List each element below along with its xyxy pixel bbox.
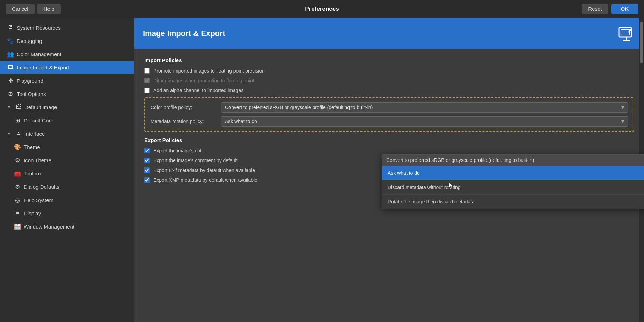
dither-floating-point-row: Dither images when promoting to floating…: [144, 78, 634, 83]
metadata-rotation-policy-label: Metadata rotation policy:: [151, 119, 217, 124]
sidebar-icon-toolbox: 🧰: [14, 170, 21, 177]
sidebar-label-icon-theme: Icon Theme: [24, 157, 51, 163]
color-profile-dropdown-wrapper: Convert to preferred sRGB or grayscale p…: [221, 102, 628, 113]
panel-header: Image Import & Export: [134, 18, 644, 49]
add-alpha-channel-checkbox[interactable]: [144, 88, 150, 93]
metadata-rotation-dropdown-popup: Convert to preferred sRGB or grayscale p…: [382, 154, 644, 209]
sidebar-item-interface[interactable]: ▼🖥Interface: [0, 127, 134, 140]
sidebar-item-default-grid[interactable]: ⊞Default Grid: [0, 114, 134, 127]
sidebar-label-theme: Theme: [24, 144, 40, 150]
color-profile-policy-row: Color profile policy: Convert to preferr…: [151, 102, 628, 113]
sidebar-label-default-image: Default Image: [24, 104, 57, 110]
sidebar-icon-system-resources: 🖥: [7, 24, 14, 31]
policy-container: Color profile policy: Convert to preferr…: [144, 97, 634, 132]
sidebar-label-dialog-defaults: Dialog Defaults: [24, 184, 59, 190]
sidebar-icon-interface: 🖥: [15, 130, 22, 137]
export-color-label: Export the image's col...: [153, 148, 205, 153]
sidebar-icon-playground: ✤: [7, 77, 14, 84]
add-alpha-channel-label: Add an alpha channel to imported images: [153, 88, 243, 93]
sidebar-icon-tool-options: ⚙: [7, 90, 14, 97]
sidebar-icon-image-import-export: 🖼: [7, 64, 14, 71]
main-content: 🖥System Resources🐾Debugging👥Color Manage…: [0, 18, 644, 322]
dropdown-option-rotate[interactable]: Rotate the image then discard metadata: [382, 195, 644, 209]
sidebar-item-toolbox[interactable]: 🧰Toolbox: [0, 167, 134, 180]
sidebar-item-window-management[interactable]: 🪟Window Management: [0, 220, 134, 233]
sidebar-label-debugging: Debugging: [17, 38, 42, 44]
sidebar: 🖥System Resources🐾Debugging👥Color Manage…: [0, 18, 134, 322]
promote-floating-point-row: Promote imported images to floating poin…: [144, 68, 634, 74]
expand-arrow-default-image: ▼: [7, 105, 11, 110]
window-title: Preferences: [305, 6, 339, 13]
export-comment-checkbox[interactable]: [144, 158, 150, 163]
metadata-rotation-dropdown[interactable]: Ask what to do: [221, 116, 628, 127]
metadata-rotation-dropdown-wrapper: Ask what to do ▼: [221, 116, 628, 127]
sidebar-label-tool-options: Tool Options: [17, 91, 46, 97]
sidebar-item-icon-theme[interactable]: ⚙Icon Theme: [0, 153, 134, 167]
sidebar-item-system-resources[interactable]: 🖥System Resources: [0, 21, 134, 34]
sidebar-icon-window-management: 🪟: [14, 223, 21, 230]
dither-floating-point-checkbox[interactable]: [144, 78, 150, 83]
sidebar-item-help-system[interactable]: ◎Help System: [0, 193, 134, 207]
export-comment-label: Export the image's comment by default: [153, 158, 238, 163]
titlebar-left: Cancel Help: [6, 4, 61, 14]
dropdown-option-discard[interactable]: Discard metadata without rotating: [382, 180, 644, 195]
color-profile-dropdown[interactable]: Convert to preferred sRGB or grayscale p…: [221, 102, 628, 113]
sidebar-item-dialog-defaults[interactable]: ⚙Dialog Defaults: [0, 180, 134, 193]
panel-scrollbar-thumb[interactable]: [640, 22, 643, 63]
sidebar-icon-color-management: 👥: [7, 51, 14, 58]
sidebar-item-display[interactable]: 🖥Display: [0, 207, 134, 220]
svg-rect-1: [621, 29, 629, 35]
panel-title: Image Import & Export: [143, 29, 225, 38]
color-profile-policy-label: Color profile policy:: [151, 105, 217, 110]
metadata-rotation-policy-row: Metadata rotation policy: Ask what to do…: [151, 116, 628, 127]
sidebar-item-color-management[interactable]: 👥Color Management: [0, 47, 134, 61]
export-exif-checkbox[interactable]: [144, 167, 150, 173]
import-policies-title: Import Policies: [144, 57, 634, 63]
sidebar-label-display: Display: [24, 210, 41, 216]
sidebar-label-default-grid: Default Grid: [24, 118, 52, 123]
import-export-icon: [617, 24, 636, 43]
help-button[interactable]: Help: [37, 4, 61, 14]
cancel-button[interactable]: Cancel: [6, 4, 35, 14]
dropdown-header-text: Convert to preferred sRGB or grayscale p…: [386, 157, 534, 163]
sidebar-icon-display: 🖥: [14, 210, 21, 217]
sidebar-item-playground[interactable]: ✤Playground: [0, 74, 134, 87]
sidebar-icon-default-grid: ⊞: [14, 117, 21, 124]
reset-button[interactable]: Reset: [582, 4, 608, 14]
add-alpha-channel-row: Add an alpha channel to imported images: [144, 88, 634, 93]
sidebar-item-default-image[interactable]: ▼🖼Default Image: [0, 100, 134, 114]
dropdown-popup-header: Convert to preferred sRGB or grayscale p…: [382, 155, 644, 166]
sidebar-icon-default-image: 🖼: [15, 104, 22, 111]
ok-button[interactable]: OK: [611, 4, 639, 14]
export-xmp-label: Export XMP metadata by default when avai…: [153, 177, 257, 183]
promote-floating-point-label: Promote imported images to floating poin…: [153, 68, 265, 74]
sidebar-icon-debugging: 🐾: [7, 37, 14, 44]
sidebar-item-tool-options[interactable]: ⚙Tool Options: [0, 87, 134, 100]
content-panel: Image Import & Export Import Policies Pr…: [134, 18, 644, 322]
sidebar-item-debugging[interactable]: 🐾Debugging: [0, 34, 134, 47]
sidebar-label-color-management: Color Management: [17, 51, 61, 57]
dropdown-option-ask[interactable]: Ask what to do: [382, 166, 644, 180]
titlebar-right: Reset OK: [582, 4, 638, 14]
export-color-checkbox[interactable]: [144, 148, 150, 153]
export-policies-title: Export Policies: [144, 137, 634, 143]
sidebar-label-window-management: Window Management: [24, 224, 74, 230]
sidebar-icon-theme: 🎨: [14, 143, 21, 150]
expand-arrow-interface: ▼: [7, 131, 11, 136]
titlebar: Cancel Help Preferences Reset OK: [0, 0, 644, 18]
sidebar-label-image-import-export: Image Import & Export: [17, 65, 69, 70]
sidebar-label-help-system: Help System: [24, 197, 53, 203]
sidebar-label-toolbox: Toolbox: [24, 171, 42, 177]
export-xmp-checkbox[interactable]: [144, 177, 150, 183]
sidebar-label-interface: Interface: [24, 131, 45, 137]
sidebar-item-image-import-export[interactable]: 🖼Image Import & Export: [0, 61, 134, 74]
sidebar-icon-icon-theme: ⚙: [14, 157, 21, 164]
sidebar-label-playground: Playground: [17, 78, 43, 84]
dropdown-options-list: Ask what to doDiscard metadata without r…: [382, 166, 644, 209]
sidebar-icon-help-system: ◎: [14, 196, 21, 203]
export-color-row: Export the image's col...: [144, 148, 634, 153]
export-exif-label: Export Exif metadata by default when ava…: [153, 167, 255, 173]
dither-floating-point-label: Dither images when promoting to floating…: [153, 78, 254, 83]
promote-floating-point-checkbox[interactable]: [144, 68, 150, 74]
sidebar-item-theme[interactable]: 🎨Theme: [0, 140, 134, 153]
